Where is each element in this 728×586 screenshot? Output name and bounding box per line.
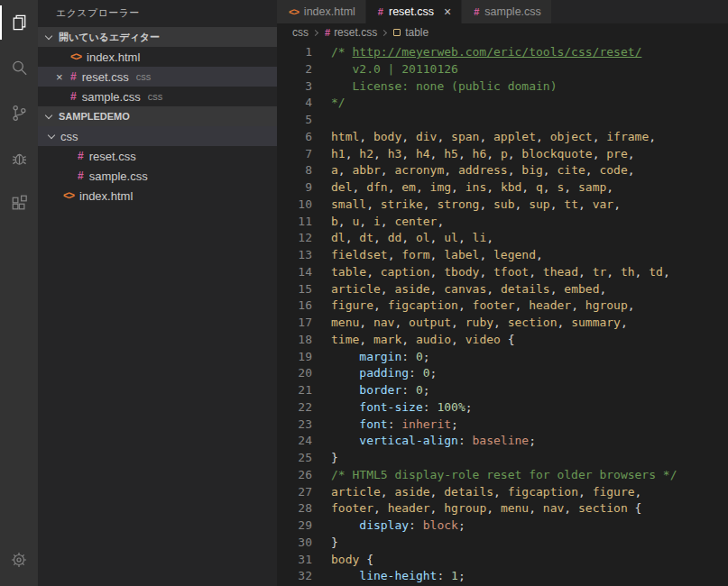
code-line: 4*/	[277, 95, 728, 112]
code-token: ,	[458, 231, 473, 244]
line-content: display: block;	[312, 517, 465, 535]
code-token: ,	[564, 501, 578, 515]
settings-gear-icon[interactable]	[0, 537, 38, 582]
line-number: 17	[277, 315, 312, 332]
code-token: ,	[635, 265, 650, 279]
code-token: acronym	[394, 163, 444, 177]
css-file-icon: #	[325, 27, 330, 38]
explorer-sidebar: エクスプローラー 開いているエディター <>index.html×#reset.…	[38, 0, 277, 586]
code-token: html	[331, 130, 359, 143]
html-file-icon: <>	[289, 6, 299, 17]
code-line: 28footer, header, hgroup, menu, nav, sec…	[277, 500, 728, 517]
breadcrumb-reset.css[interactable]: #reset.css	[325, 26, 377, 39]
code-token: figcaption	[508, 485, 578, 499]
code-token: ,	[423, 197, 438, 211]
code-token: del	[331, 180, 352, 194]
folder-css[interactable]: css	[38, 126, 277, 146]
line-content: line-height: 1;	[312, 568, 465, 585]
source-control-icon[interactable]	[0, 90, 38, 135]
code-token: :	[401, 383, 416, 397]
file-reset.css[interactable]: #reset.css	[38, 146, 277, 166]
code-token: /* HTML5 display-role reset for older br…	[331, 468, 677, 481]
code-token: :	[409, 366, 423, 380]
line-content: footer, header, hgroup, menu, nav, secti…	[312, 500, 641, 517]
code-token: ,	[536, 130, 550, 143]
code-token: big	[521, 163, 542, 177]
debug-icon[interactable]	[0, 135, 38, 180]
breadcrumb-label: reset.css	[334, 26, 377, 39]
line-number: 2	[277, 61, 312, 78]
code-token: ,	[381, 282, 395, 296]
line-content: }	[312, 535, 338, 552]
line-content: border: 0;	[312, 382, 430, 399]
line-content: dl, dt, dd, ol, ul, li,	[312, 230, 493, 247]
file-tree: css#reset.css#sample.css<>index.html	[38, 126, 277, 206]
open-editor-item[interactable]: ×#reset.csscss	[38, 67, 277, 87]
search-icon[interactable]	[0, 45, 38, 90]
code-token: ,	[508, 147, 522, 160]
code-token: span	[451, 130, 479, 143]
code-line: 1/* http://meyerweb.com/eric/tools/css/r…	[277, 44, 728, 61]
code-token	[331, 569, 359, 582]
line-number: 6	[277, 129, 312, 146]
code-token: block	[423, 518, 458, 532]
file-sample.css[interactable]: #sample.css	[38, 166, 277, 186]
close-tab-icon[interactable]: ×	[444, 5, 451, 18]
html-file-icon: <>	[63, 189, 74, 202]
code-line: 29 display: block;	[277, 517, 728, 535]
breadcrumb-table[interactable]: table	[393, 26, 429, 39]
code-token: address	[458, 163, 508, 177]
code-token: ,	[649, 130, 656, 143]
tab-index.html[interactable]: <>index.html	[277, 0, 366, 23]
code-token: hgroup	[585, 298, 628, 312]
close-editor-icon[interactable]: ×	[56, 71, 70, 83]
code-token: thead	[543, 265, 578, 279]
code-token: ul	[444, 231, 458, 244]
code-token: small	[331, 197, 366, 211]
code-token: margin	[359, 350, 401, 363]
open-editor-item[interactable]: #sample.csscss	[38, 87, 277, 106]
tab-sample.css[interactable]: #sample.css	[462, 0, 552, 23]
breadcrumb-css[interactable]: css	[292, 26, 309, 39]
file-name: reset.css	[89, 150, 136, 163]
code-token: :	[437, 569, 451, 582]
code-line: 27article, aside, details, figcaption, f…	[277, 484, 728, 501]
code-token: ,	[479, 197, 493, 211]
code-token: footer	[473, 298, 515, 312]
code-token: menu	[331, 316, 359, 329]
tab-reset.css[interactable]: #reset.css×	[366, 0, 462, 23]
line-number: 19	[277, 349, 312, 366]
project-section-header[interactable]: SAMPLEDEMO	[38, 106, 277, 126]
code-token: center	[394, 215, 437, 228]
code-token: ,	[599, 282, 606, 296]
code-token: ,	[479, 248, 493, 261]
code-token: ;	[423, 350, 430, 363]
code-token: cite	[558, 163, 585, 177]
line-content: b, u, i, center,	[312, 214, 444, 231]
file-index.html[interactable]: <>index.html	[38, 186, 277, 206]
file-name: sample.css	[89, 169, 148, 183]
line-content: v2.0 | 20110126	[312, 61, 458, 78]
code-editor[interactable]: 1/* http://meyerweb.com/eric/tools/css/r…	[277, 41, 728, 586]
open-editors-header[interactable]: 開いているエディター	[38, 27, 277, 47]
open-editor-item[interactable]: <>index.html	[38, 47, 277, 67]
css-file-icon: #	[378, 6, 383, 17]
line-content	[312, 112, 331, 129]
code-token: vertical-align	[359, 434, 458, 447]
code-token: h6	[473, 147, 487, 160]
code-line: 5	[277, 112, 728, 129]
code-token: ,	[430, 265, 445, 279]
code-line: 7h1, h2, h3, h4, h5, h6, p, blockquote, …	[277, 146, 728, 163]
code-token: ,	[621, 316, 628, 329]
chevron-down-icon	[45, 32, 52, 39]
extensions-icon[interactable]	[0, 180, 38, 225]
code-line: 6html, body, div, span, applet, object, …	[277, 129, 728, 146]
activity-bar	[0, 0, 38, 586]
explorer-icon[interactable]	[0, 0, 38, 45]
file-path: css	[148, 91, 163, 102]
code-token: ,	[564, 180, 578, 194]
code-token: ,	[430, 231, 445, 244]
code-token: ,	[346, 147, 360, 160]
line-content: body {	[312, 552, 373, 569]
code-token: h5	[444, 147, 458, 160]
